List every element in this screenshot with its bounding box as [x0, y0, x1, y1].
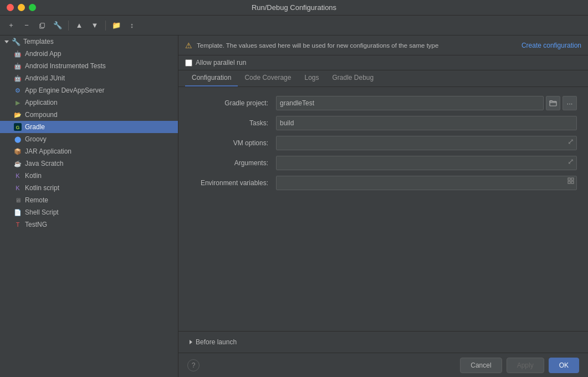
sidebar-item-jar-application[interactable]: 📦 JAR Application: [0, 145, 178, 157]
gradle-project-input[interactable]: [276, 96, 544, 110]
env-variables-label: Environment variables:: [190, 179, 272, 187]
vm-options-input-group: ⤢: [276, 136, 577, 150]
vm-options-input[interactable]: [276, 136, 577, 150]
gradle-project-folder-button[interactable]: [546, 96, 560, 110]
sidebar-item-compound[interactable]: 📂 Compound: [0, 109, 178, 121]
remote-icon: 🖥: [13, 196, 22, 205]
warning-icon: ⚠: [185, 41, 192, 50]
sort-button[interactable]: ↕: [125, 19, 139, 32]
groovy-icon: ⬤: [13, 135, 22, 144]
expand-icon: [4, 40, 9, 43]
kotlin-icon: K: [13, 171, 22, 180]
toolbar: + − 🔧 ▲ ▼ 📁 ↕: [0, 16, 588, 35]
sidebar-item-android-app[interactable]: 🤖 Android App: [0, 48, 178, 60]
sidebar-item-android-instrumented[interactable]: 🤖 Android Instrumented Tests: [0, 60, 178, 72]
item-label: Gradle: [25, 123, 45, 131]
tasks-label: Tasks:: [190, 119, 272, 127]
app-engine-icon: ⚙: [13, 86, 22, 95]
sidebar-item-kotlin[interactable]: K Kotlin: [0, 170, 178, 182]
main-container: + − 🔧 ▲ ▼ 📁 ↕ 🔧 Templates 🤖: [0, 16, 588, 377]
sidebar-item-application[interactable]: ▶ Application: [0, 96, 178, 109]
cancel-button[interactable]: Cancel: [460, 358, 502, 373]
window-controls: [7, 4, 36, 11]
svg-text:G: G: [16, 125, 19, 130]
minimize-button[interactable]: [18, 4, 25, 11]
env-variables-input[interactable]: [276, 176, 577, 190]
vm-options-label: VM options:: [190, 139, 272, 147]
svg-rect-4: [550, 101, 556, 106]
svg-rect-6: [571, 178, 574, 180]
tab-code-coverage[interactable]: Code Coverage: [238, 70, 298, 86]
create-configuration-link[interactable]: Create configuration: [521, 42, 581, 49]
vm-options-row: VM options: ⤢: [190, 136, 577, 150]
add-button[interactable]: +: [4, 19, 18, 32]
tasks-input[interactable]: [276, 116, 577, 130]
svg-rect-7: [568, 181, 570, 184]
move-down-button[interactable]: ▼: [88, 19, 101, 32]
parallel-run-row: Allow parallel run: [178, 55, 588, 70]
item-label: Shell Script: [25, 208, 59, 216]
item-label: Application: [25, 99, 58, 106]
item-label: Compound: [25, 111, 58, 119]
copy-button[interactable]: [35, 19, 49, 32]
sidebar-item-shell-script[interactable]: 📄 Shell Script: [0, 206, 178, 218]
sidebar-item-groovy[interactable]: ⬤ Groovy: [0, 133, 178, 145]
tasks-input-group: [276, 116, 577, 130]
sidebar-item-kotlin-script[interactable]: K Kotlin script: [0, 182, 178, 194]
apply-button[interactable]: Apply: [507, 358, 544, 373]
title-bar: Run/Debug Configurations: [0, 0, 588, 16]
android-icon: 🤖: [13, 74, 22, 83]
kotlin-script-icon: K: [13, 184, 22, 192]
item-label: JAR Application: [25, 147, 71, 155]
tasks-row: Tasks:: [190, 116, 577, 130]
sidebar-item-android-junit[interactable]: 🤖 Android JUnit: [0, 72, 178, 84]
right-panel: ⚠ Template. The values saved here will b…: [178, 35, 588, 377]
sidebar-item-testng[interactable]: T TestNG: [0, 218, 178, 231]
parallel-run-checkbox[interactable]: [185, 59, 192, 67]
before-launch-section: Before launch: [178, 331, 588, 353]
separator-1: [68, 21, 69, 30]
svg-rect-1: [40, 23, 44, 27]
item-label: TestNG: [25, 221, 47, 228]
tab-gradle-debug[interactable]: Gradle Debug: [325, 70, 380, 86]
arguments-input[interactable]: [276, 156, 577, 170]
window-title: Run/Debug Configurations: [252, 3, 336, 12]
maximize-button[interactable]: [29, 4, 36, 11]
templates-root[interactable]: 🔧 Templates: [0, 35, 178, 48]
templates-label: Templates: [23, 38, 54, 45]
sidebar-item-gradle[interactable]: G Gradle: [0, 121, 178, 133]
shell-icon: 📄: [13, 208, 22, 217]
testng-icon: T: [13, 220, 22, 229]
item-label: Android JUnit: [25, 74, 65, 82]
svg-rect-8: [571, 181, 574, 184]
compound-icon: 📂: [13, 110, 22, 119]
body-split: 🔧 Templates 🤖 Android App 🤖 Android Inst…: [0, 35, 588, 377]
settings-button[interactable]: 🔧: [51, 19, 64, 32]
folder-button[interactable]: 📁: [110, 19, 123, 32]
move-up-button[interactable]: ▲: [73, 19, 86, 32]
before-launch-header[interactable]: Before launch: [190, 336, 577, 348]
help-button[interactable]: ?: [187, 359, 200, 371]
item-label: App Engine DevAppServer: [25, 86, 104, 94]
sidebar-item-java-scratch[interactable]: ☕ Java Scratch: [0, 157, 178, 170]
app-icon: ▶: [13, 98, 22, 107]
android-icon: 🤖: [13, 62, 22, 70]
ok-button[interactable]: OK: [549, 358, 579, 373]
tab-configuration[interactable]: Configuration: [185, 70, 238, 86]
tab-logs[interactable]: Logs: [298, 70, 325, 86]
gradle-project-more-button[interactable]: ···: [563, 96, 577, 110]
gradle-project-label: Gradle project:: [190, 99, 272, 107]
item-label: Java Scratch: [25, 160, 63, 167]
arguments-row: Arguments: ⤢: [190, 156, 577, 170]
vm-options-expand-button[interactable]: ⤢: [566, 137, 576, 145]
close-button[interactable]: [7, 4, 14, 11]
parallel-run-label[interactable]: Allow parallel run: [196, 59, 246, 67]
remove-button[interactable]: −: [20, 19, 33, 32]
gradle-icon: G: [13, 123, 22, 131]
sidebar-item-app-engine[interactable]: ⚙ App Engine DevAppServer: [0, 84, 178, 96]
gradle-project-row: Gradle project: ···: [190, 96, 577, 110]
arguments-expand-button[interactable]: ⤢: [566, 157, 576, 165]
sidebar-item-remote[interactable]: 🖥 Remote: [0, 194, 178, 206]
warning-text: Template. The values saved here will be …: [197, 42, 438, 49]
env-variables-expand-button[interactable]: [566, 177, 576, 185]
